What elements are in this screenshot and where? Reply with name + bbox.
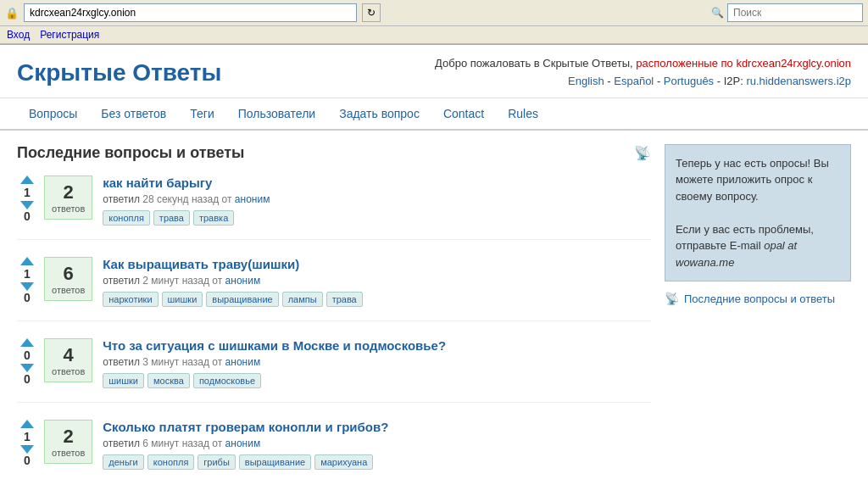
sidebar-info-box: Теперь у нас есть опросы! Вы можете прил… [665,144,851,282]
login-link[interactable]: Вход [7,29,30,41]
answer-count-box-4: 2 ответов [44,420,92,464]
site-tagline: Добро пожаловать в Скрытые Ответы, распо… [435,55,851,91]
browser-chrome: 🔒 ↻ 🔍 Вход Регистрация [0,0,868,45]
tag[interactable]: выращивание [206,292,278,307]
answer-count-label-1: ответов [52,203,85,214]
answer-count-num-1: 2 [52,181,85,203]
lang-i2p[interactable]: ru.hiddenanswers.i2p [746,75,851,87]
sidebar-text-1: Теперь у нас есть опросы! Вы можете прил… [676,155,840,205]
vote-section-2: 1 0 [17,257,37,304]
vote-section-4: 1 0 [17,420,37,467]
lock-icon: 🔒 [5,7,19,20]
nav-contact[interactable]: Contact [431,98,496,129]
page-title-row: Последние вопросы и ответы 📡 [17,144,651,162]
lang-portuguese[interactable]: Português [664,75,714,87]
tag[interactable]: грибы [198,454,235,470]
rss-small-icon: 📡 [665,292,679,305]
question-details-1: как найти барыгу ответил 28 секунд назад… [103,176,651,226]
vote-down-3[interactable] [20,364,34,372]
nav-tags[interactable]: Теги [178,98,225,129]
sidebar-text-2: Если у вас есть проблемы, отправьте E-ma… [676,221,840,271]
page-title: Последние вопросы и ответы [17,144,244,162]
vote-up-3[interactable] [20,338,34,347]
vote-up-1[interactable] [20,176,34,184]
tag[interactable]: подмосковье [193,373,261,388]
main-content: Последние вопросы и ответы 📡 1 0 2 ответ… [17,144,651,496]
tag[interactable]: шишки [162,292,203,307]
question-item: 1 0 6 ответов Как выращивать траву(шишки… [17,257,651,321]
nav-users[interactable]: Пользователи [226,98,327,129]
lang-links: English - Español - Português - I2P: ru.… [435,73,851,91]
browser-search-input[interactable] [727,3,863,22]
tag[interactable]: марихуана [314,454,373,470]
vote-up-4[interactable] [20,420,34,428]
site-header: Скрытые Ответы Добро пожаловать в Скрыты… [0,45,868,98]
vote-up-2[interactable] [20,257,34,265]
vote-down-1[interactable] [20,201,34,209]
page-content: Скрытые Ответы Добро пожаловать в Скрыты… [0,45,868,496]
tag[interactable]: конопля [103,210,150,226]
register-link[interactable]: Регистрация [40,29,99,41]
answer-count-num-3: 4 [52,344,85,366]
reload-button[interactable]: ↻ [362,3,381,22]
sidebar-rss-link[interactable]: 📡 Последние вопросы и ответы [665,292,851,305]
rss-icon[interactable]: 📡 [634,145,651,161]
vote-down-count-1: 0 [17,209,37,223]
address-bar[interactable] [24,3,357,22]
tag[interactable]: трава [326,292,363,307]
question-meta-1: ответил 28 секунд назад от аноним [103,193,651,205]
vote-up-count-3: 0 [17,348,37,362]
tag[interactable]: конопля [147,454,195,470]
question-details-4: Сколько платят гроверам конопли и грибов… [103,420,651,470]
question-item: 1 0 2 ответов Сколько платят гроверам ко… [17,420,651,483]
vote-down-4[interactable] [20,445,34,454]
answer-count-label-3: ответов [52,366,85,376]
tag[interactable]: шишки [103,373,144,388]
lang-english[interactable]: English [568,75,604,87]
vote-down-count-4: 0 [17,454,37,467]
tag[interactable]: наркотики [103,292,158,307]
answer-count-num-4: 2 [52,426,85,448]
tag[interactable]: лампы [282,292,323,307]
nav-rules[interactable]: Rules [496,98,550,129]
tag[interactable]: трава [153,210,190,226]
vote-section-3: 0 0 [17,338,37,386]
answer-count-label-4: ответов [52,448,85,458]
lang-spanish[interactable]: Español [614,75,654,87]
vote-down-2[interactable] [20,282,34,291]
tag[interactable]: деньги [103,454,144,470]
main-layout: Последние вопросы и ответы 📡 1 0 2 ответ… [0,131,868,496]
sidebar-rss-section: 📡 Последние вопросы и ответы [665,292,851,305]
tags-1: конопля трава травка [103,210,651,226]
question-title-2[interactable]: Как выращивать траву(шишки) [103,257,651,271]
question-title-1[interactable]: как найти барыгу [103,176,651,190]
answer-count-num-2: 6 [52,263,85,285]
vote-up-count-4: 1 [17,430,37,443]
lang-separator-2: - [657,75,664,87]
question-meta-4: ответил 6 минут назад от аноним [103,437,651,449]
tag[interactable]: выращивание [239,454,311,470]
question-title-3[interactable]: Что за ситуация с шишками в Москве и под… [103,338,651,353]
question-meta-3: ответил 3 минут назад от аноним [103,356,651,368]
tag[interactable]: травка [193,210,234,226]
sidebar-email: opal at wowana.me [676,239,797,269]
bookmarks-bar: Вход Регистрация [0,26,868,44]
answer-count-box-3: 4 ответов [44,338,92,382]
search-label: 🔍 [711,7,724,19]
nav-questions[interactable]: Вопросы [17,98,89,129]
question-details-2: Как выращивать траву(шишки) ответил 2 ми… [103,257,651,307]
tag[interactable]: москва [147,373,190,388]
address-bar-row: 🔒 ↻ 🔍 [0,0,868,26]
answer-count-box-2: 6 ответов [44,257,92,301]
nav-unanswered[interactable]: Без ответов [89,98,178,129]
site-url: расположенные по kdrcxean24rxglcy.onion [636,57,851,70]
nav-ask[interactable]: Задать вопрос [327,98,431,129]
answer-count-box-1: 2 ответов [44,176,92,220]
tags-4: деньги конопля грибы выращивание марихуа… [103,454,651,470]
question-title-4[interactable]: Сколько платят гроверам конопли и грибов… [103,420,651,434]
welcome-text: Добро пожаловать в Скрытые Ответы, [435,57,636,70]
tags-3: шишки москва подмосковье [103,373,651,388]
vote-section-1: 1 0 [17,176,37,223]
vote-down-count-3: 0 [17,372,37,386]
sidebar: Теперь у нас есть опросы! Вы можете прил… [665,144,851,496]
